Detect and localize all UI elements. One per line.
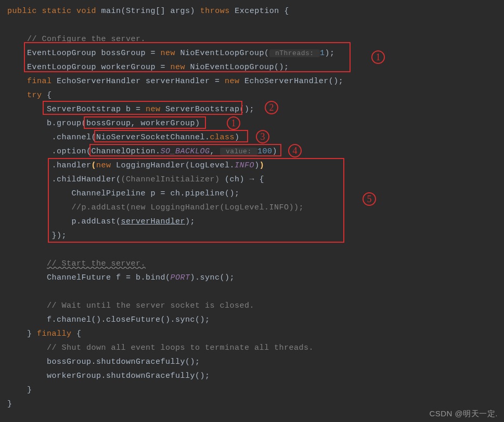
code-line: // Wait until the server socket is close… xyxy=(7,299,504,313)
code-line: //p.addLast(new LoggingHandler(LogLevel.… xyxy=(7,201,504,215)
watermark: CSDN @明天一定. xyxy=(429,409,498,419)
code-line: .childHandler((ChannelInitializer) (ch) … xyxy=(7,173,504,187)
code-line: .channel(NioServerSocketChannel.class) xyxy=(7,130,504,144)
code-line: try { xyxy=(7,88,504,102)
code-line: EventLoopGroup bossGroup = new NioEventL… xyxy=(7,46,504,60)
code-line: .option(ChannelOption.SO_BACKLOG, value:… xyxy=(7,144,504,159)
param-hint: nThreads: xyxy=(269,49,320,57)
code-line: EventLoopGroup workerGroup = new NioEven… xyxy=(7,60,504,74)
code-line: // Shut down all event loops to terminat… xyxy=(7,341,504,355)
code-line: workerGroup.shutdownGracefully(); xyxy=(7,369,504,383)
code-line: ChannelFuture f = b.bind(PORT).sync(); xyxy=(7,271,504,285)
code-line xyxy=(7,243,504,257)
code-line xyxy=(7,18,504,32)
code-line: b.group(bossGroup, workerGroup) xyxy=(7,116,504,130)
code-line: // Configure the server. xyxy=(7,32,504,46)
code-line: }); xyxy=(7,229,504,243)
code-line: } xyxy=(7,383,504,397)
code-line: public static void main(String[] args) t… xyxy=(7,4,504,18)
code-line: // Start the server. xyxy=(7,257,504,271)
param-hint: value: xyxy=(220,148,257,155)
code-line: ChannelPipeline p = ch.pipeline(); xyxy=(7,187,504,201)
code-line: bossGroup.shutdownGracefully(); xyxy=(7,355,504,369)
code-line: p.addLast(serverHandler); xyxy=(7,215,504,229)
code-editor[interactable]: public static void main(String[] args) t… xyxy=(0,0,504,411)
code-line xyxy=(7,285,504,299)
code-line: final EchoServerHandler serverHandler = … xyxy=(7,74,504,88)
code-line: ServerBootstrap b = new ServerBootstrap(… xyxy=(7,102,504,116)
code-line: .handler(new LoggingHandler(LogLevel.INF… xyxy=(7,159,504,173)
code-line: } finally { xyxy=(7,327,504,341)
code-line: f.channel().closeFuture().sync(); xyxy=(7,313,504,327)
